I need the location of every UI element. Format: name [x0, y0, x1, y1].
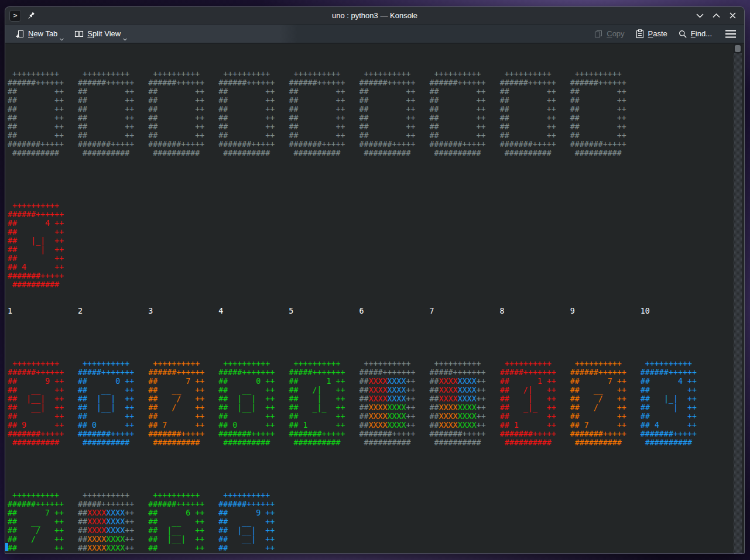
- discard-card: ++++++++++ ######++++++ ## 4 ++ ## ++ ##…: [8, 201, 711, 289]
- terminal-output[interactable]: ++++++++++ ++++++++++ ++++++++++ +++++++…: [8, 44, 711, 554]
- opponent-hand-row: ++++++++++ ++++++++++ ++++++++++ +++++++…: [8, 70, 711, 157]
- paste-button[interactable]: Paste: [630, 25, 673, 43]
- new-tab-label: New Tab: [28, 29, 57, 38]
- new-tab-icon: [15, 29, 25, 39]
- find-label: Find...: [691, 29, 712, 38]
- find-button[interactable]: Find...: [673, 25, 717, 43]
- chevron-down-icon: [123, 38, 127, 41]
- hamburger-menu-icon: [725, 29, 737, 39]
- titlebar[interactable]: > uno : python3 — Konsole: [5, 7, 744, 24]
- minimize-button[interactable]: [695, 11, 704, 20]
- new-tab-button[interactable]: New Tab: [10, 25, 69, 43]
- player-hand-row-1: ++++++++++ ++++++++++ ++++++++++ +++++++…: [8, 359, 711, 447]
- blank-line: [8, 175, 711, 184]
- player-hand-row-2: ++++++++++ ++++++++++ ++++++++++ +++++++…: [8, 491, 711, 554]
- split-view-button[interactable]: Split View: [69, 25, 132, 43]
- chevron-up-icon: [713, 13, 720, 18]
- copy-button[interactable]: Copy: [588, 25, 629, 43]
- split-view-label: Split View: [87, 29, 121, 38]
- scrollbar-thumb[interactable]: [735, 45, 741, 52]
- toolbar: New Tab Split View Copy: [5, 24, 744, 44]
- copy-icon: [594, 29, 603, 39]
- split-view-icon: [74, 29, 84, 39]
- close-button[interactable]: [728, 11, 737, 20]
- konsole-app-icon[interactable]: >: [9, 10, 21, 22]
- blank-line: [8, 333, 711, 342]
- chevron-down-icon: [696, 13, 704, 18]
- pin-icon[interactable]: [26, 11, 36, 20]
- search-icon: [678, 29, 687, 39]
- maximize-button[interactable]: [711, 11, 721, 20]
- hamburger-menu-button[interactable]: [717, 25, 744, 43]
- window-title: uno : python3 — Konsole: [5, 11, 744, 20]
- hand-labels: 1 2 3 4 5 6 7 8 9 10: [8, 307, 711, 315]
- terminal-viewport: ++++++++++ ++++++++++ ++++++++++ +++++++…: [5, 44, 744, 554]
- copy-label: Copy: [607, 29, 624, 38]
- paste-label: Paste: [648, 29, 667, 38]
- session-activity-indicator: [5, 543, 8, 551]
- blank-line: [8, 465, 711, 473]
- x-icon: [730, 12, 736, 19]
- paste-icon: [635, 29, 645, 39]
- konsole-window: > uno : python3 — Konsole: [5, 6, 745, 554]
- scrollbar-track[interactable]: [734, 44, 742, 554]
- chevron-down-icon: [60, 38, 64, 41]
